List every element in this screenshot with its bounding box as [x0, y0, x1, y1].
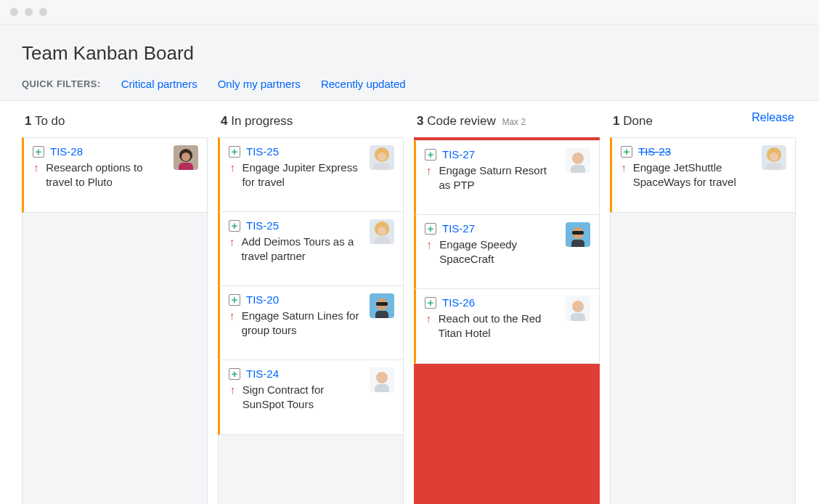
priority-icon: ↑ [425, 237, 433, 252]
issue-key-link[interactable]: TIS-25 [246, 219, 279, 232]
story-icon: + [425, 223, 436, 235]
issue-key-link[interactable]: TIS-27 [442, 222, 475, 235]
priority-icon: ↑ [621, 160, 627, 175]
column-title: In progress [231, 114, 293, 128]
issue-card[interactable]: +TIS-26↑Reach out to the Red Titan Hotel [414, 288, 600, 364]
board-header: Team Kanban Board QUICK FILTERS: Critica… [0, 25, 819, 101]
assignee-avatar[interactable] [174, 145, 198, 170]
story-icon: + [425, 297, 436, 309]
priority-icon: ↑ [425, 163, 433, 178]
quick-filters-label: QUICK FILTERS: [22, 78, 101, 89]
window-chrome [0, 0, 819, 25]
issue-key-link[interactable]: TIS-24 [246, 367, 279, 380]
issue-summary: Engage JetShuttle SpaceWays for travel [633, 160, 754, 190]
priority-icon: ↑ [33, 160, 40, 175]
story-icon: + [229, 294, 240, 306]
column-count: 1 [613, 114, 619, 128]
quick-filters-row: QUICK FILTERS: Critical partners Only my… [22, 78, 797, 90]
column-body[interactable]: +TIS-28↑Research options to travel to Pl… [22, 137, 208, 504]
issue-key-link[interactable]: TIS-25 [246, 145, 279, 158]
assignee-avatar[interactable] [566, 222, 590, 247]
assignee-avatar[interactable] [370, 219, 394, 244]
assignee-avatar[interactable] [370, 367, 394, 392]
issue-card[interactable]: +TIS-25↑Engage Jupiter Express for trave… [218, 137, 404, 213]
column-header: 1 To do [22, 108, 208, 137]
column-header: 4 In progress [218, 108, 404, 137]
column-body[interactable]: +TIS-23↑Engage JetShuttle SpaceWays for … [610, 137, 796, 504]
column-header: 3 Code review Max 2 [414, 108, 600, 137]
assignee-avatar[interactable] [566, 148, 590, 173]
column-count: 1 [25, 114, 31, 128]
issue-summary: Add Deimos Tours as a travel partner [241, 235, 362, 264]
column-count: 4 [221, 114, 227, 128]
issue-summary: Research options to travel to Pluto [46, 160, 166, 190]
issue-card[interactable]: +TIS-27↑Engage Speedy SpaceCraft [414, 214, 600, 290]
quick-filter-link[interactable]: Recently updated [321, 78, 406, 90]
assignee-avatar[interactable] [370, 145, 394, 170]
story-icon: + [621, 146, 632, 158]
issue-key-link[interactable]: TIS-26 [442, 296, 475, 309]
issue-card[interactable]: +TIS-25↑Add Deimos Tours as a travel par… [218, 211, 404, 287]
traffic-light-minimize[interactable] [25, 8, 33, 16]
issue-card[interactable]: +TIS-23↑Engage JetShuttle SpaceWays for … [610, 137, 796, 213]
issue-summary: Engage Saturn Lines for group tours [242, 309, 362, 338]
issue-card[interactable]: +TIS-24↑Sign Contract for SunSpot Tours [218, 359, 404, 435]
column-title: Done [623, 114, 653, 128]
board-column: 1 Done+TIS-23↑Engage JetShuttle SpaceWay… [610, 108, 796, 504]
story-icon: + [229, 368, 240, 380]
page-title: Team Kanban Board [22, 42, 797, 65]
priority-icon: ↑ [229, 309, 236, 323]
column-title: To do [35, 114, 65, 128]
traffic-light-close[interactable] [10, 8, 18, 16]
board-column: 3 Code review Max 2+TIS-27↑Engage Saturn… [414, 108, 600, 504]
release-link[interactable]: Release [751, 111, 794, 124]
story-icon: + [229, 146, 240, 158]
priority-icon: ↑ [229, 235, 235, 249]
issue-summary: Reach out to the Red Titan Hotel [439, 312, 558, 341]
issue-summary: Engage Speedy SpaceCraft [439, 237, 558, 267]
issue-key-link[interactable]: TIS-23 [638, 145, 671, 158]
column-max: Max 2 [502, 117, 526, 127]
column-body[interactable]: +TIS-25↑Engage Jupiter Express for trave… [218, 137, 404, 504]
priority-icon: ↑ [229, 160, 236, 175]
assignee-avatar[interactable] [370, 293, 394, 318]
issue-key-link[interactable]: TIS-28 [50, 145, 83, 158]
issue-key-link[interactable]: TIS-27 [442, 148, 475, 160]
issue-key-link[interactable]: TIS-20 [246, 293, 279, 306]
column-title: Code review [427, 114, 496, 128]
issue-summary: Engage Jupiter Express for travel [242, 160, 362, 190]
board-column: 1 To do+TIS-28↑Research options to trave… [22, 108, 208, 504]
priority-icon: ↑ [229, 383, 237, 397]
issue-summary: Sign Contract for SunSpot Tours [243, 383, 362, 412]
column-overflow-indicator [414, 363, 600, 504]
priority-icon: ↑ [425, 312, 433, 326]
story-icon: + [229, 220, 240, 232]
quick-filter-link[interactable]: Only my partners [218, 78, 301, 90]
story-icon: + [425, 149, 436, 160]
assignee-avatar[interactable] [566, 296, 590, 321]
traffic-light-zoom[interactable] [39, 8, 47, 16]
issue-card[interactable]: +TIS-28↑Research options to travel to Pl… [22, 137, 208, 213]
issue-summary: Engage Saturn Resort as PTP [439, 163, 558, 193]
issue-card[interactable]: +TIS-27↑Engage Saturn Resort as PTP [414, 140, 600, 216]
quick-filter-link[interactable]: Critical partners [121, 78, 197, 90]
column-count: 3 [417, 114, 423, 128]
issue-card[interactable]: +TIS-20↑Engage Saturn Lines for group to… [218, 285, 404, 361]
column-body[interactable]: +TIS-27↑Engage Saturn Resort as PTP+TIS-… [414, 137, 600, 504]
assignee-avatar[interactable] [762, 145, 786, 170]
story-icon: + [33, 146, 44, 158]
board-column: 4 In progress+TIS-25↑Engage Jupiter Expr… [218, 108, 404, 504]
kanban-board: Release 1 To do+TIS-28↑Research options … [0, 101, 819, 504]
